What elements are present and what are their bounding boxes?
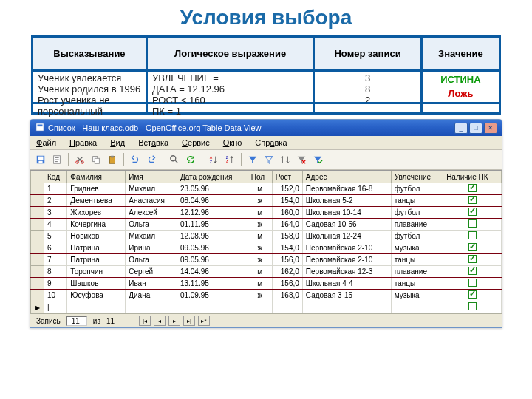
row-selector[interactable] [31, 231, 44, 242]
menu-view[interactable]: Вид [107, 137, 128, 148]
cell-surname[interactable]: Новиков [67, 231, 126, 242]
cell-name[interactable]: Ольга [126, 254, 177, 266]
cell-height[interactable]: 160,0 [272, 207, 302, 219]
cell-surname[interactable]: Патрина [67, 242, 126, 254]
cell-pc[interactable] [443, 266, 502, 278]
menu-edit[interactable]: Правка [66, 137, 100, 148]
cell-hobby[interactable]: музыка [391, 290, 443, 301]
cell-birthdate[interactable]: 01.11.95 [177, 219, 248, 231]
maximize-button[interactable]: □ [469, 123, 482, 134]
cell-pc[interactable] [443, 219, 502, 231]
table-row[interactable]: 2ДементьеваАнастасия08.04.96ж154,0Школьн… [31, 195, 502, 207]
cell-sex[interactable]: м [248, 207, 272, 219]
cell-id[interactable]: 8 [44, 266, 67, 278]
cell-pc[interactable] [443, 207, 502, 219]
cell-pc[interactable] [443, 183, 502, 195]
paste-icon[interactable] [105, 152, 120, 167]
edit-icon[interactable] [50, 152, 64, 167]
cell-id[interactable]: | [44, 301, 67, 313]
cell-pc[interactable] [443, 278, 502, 290]
row-selector[interactable] [31, 278, 44, 290]
cell-birthdate[interactable]: 23.05.96 [177, 183, 248, 195]
table-row[interactable]: 1ГридневМихаил23.05.96м152,0Первомайская… [31, 183, 502, 195]
cell-height[interactable]: 162,0 [272, 266, 302, 278]
nav-last-icon[interactable]: ▸| [183, 316, 195, 326]
cell-surname[interactable]: Юсуфова [67, 290, 126, 301]
table-row[interactable]: 8ТоропчинСергей14.04.96м162,0Первомайска… [31, 266, 502, 278]
cell-birthdate[interactable]: 09.05.96 [177, 242, 248, 254]
cell-address[interactable]: Первомайская 12-3 [302, 266, 391, 278]
cell-surname[interactable]: Кочергина [67, 219, 126, 231]
refresh-icon[interactable] [183, 152, 198, 167]
col-id[interactable]: Код [44, 171, 67, 183]
cell-pc[interactable] [443, 290, 502, 301]
cell-hobby[interactable]: танцы [391, 278, 443, 290]
cell-name[interactable]: Алексей [126, 207, 177, 219]
cell-sex[interactable]: ж [248, 254, 272, 266]
row-selector-header[interactable] [31, 171, 44, 183]
row-selector[interactable] [31, 183, 44, 195]
cell-pc[interactable] [443, 242, 502, 254]
col-birthdate[interactable]: Дата рождения [177, 171, 248, 183]
table-row[interactable]: 9ШашковИван13.11.95м156,0Школьная 4-4тан… [31, 278, 502, 290]
checkbox-icon[interactable] [468, 290, 477, 299]
apply-filter-icon[interactable] [310, 152, 325, 167]
nav-current-record[interactable]: 11 [66, 316, 87, 326]
cell-birthdate[interactable]: 12.12.96 [177, 207, 248, 219]
redo-icon[interactable] [144, 152, 159, 167]
cell-height[interactable]: 168,0 [272, 290, 302, 301]
cut-icon[interactable] [72, 152, 87, 167]
row-selector[interactable] [31, 195, 44, 207]
close-button[interactable]: ✕ [484, 123, 497, 134]
menu-tools[interactable]: Сервис [179, 137, 213, 148]
nav-new-icon[interactable]: ▸* [198, 316, 210, 326]
cell-hobby[interactable]: футбол [391, 207, 443, 219]
cell-name[interactable]: Михаил [126, 231, 177, 242]
row-selector[interactable] [31, 207, 44, 219]
cell-hobby[interactable]: плавание [391, 266, 443, 278]
cell-address[interactable]: Первомайская 16-8 [302, 183, 391, 195]
checkbox-icon[interactable] [468, 219, 477, 228]
cell-name[interactable]: Ирина [126, 242, 177, 254]
table-row-new[interactable]: | [31, 301, 502, 313]
row-selector[interactable] [31, 242, 44, 254]
row-selector[interactable] [31, 290, 44, 301]
cell-id[interactable]: 6 [44, 242, 67, 254]
cell-hobby[interactable]: танцы [391, 195, 443, 207]
col-hobby[interactable]: Увлечение [391, 171, 443, 183]
nav-first-icon[interactable]: |◂ [139, 316, 151, 326]
cell-name[interactable]: Иван [126, 278, 177, 290]
cell-id[interactable]: 5 [44, 231, 67, 242]
cell-hobby[interactable]: плавание [391, 219, 443, 231]
menu-file[interactable]: Файл [33, 137, 59, 148]
sort-icon[interactable] [278, 152, 293, 167]
cell-id[interactable]: 7 [44, 254, 67, 266]
cell-birthdate[interactable]: 13.11.95 [177, 278, 248, 290]
row-selector[interactable] [31, 254, 44, 266]
nav-prev-icon[interactable]: ◂ [154, 316, 166, 326]
col-address[interactable]: Адрес [302, 171, 391, 183]
cell-address[interactable]: Садовая 3-15 [302, 290, 391, 301]
sort-desc-icon[interactable]: ZA [222, 152, 237, 167]
cell-hobby[interactable]: музыка [391, 242, 443, 254]
col-surname[interactable]: Фамилия [67, 171, 126, 183]
undo-icon[interactable] [128, 152, 143, 167]
cell-height[interactable]: 164,0 [272, 219, 302, 231]
cell-pc[interactable] [443, 231, 502, 242]
col-pc[interactable]: Наличие ПК [443, 171, 502, 183]
autofilter-icon[interactable] [245, 152, 260, 167]
cell-name[interactable]: Ольга [126, 219, 177, 231]
checkbox-icon[interactable] [468, 302, 477, 310]
cell-birthdate[interactable]: 01.09.95 [177, 290, 248, 301]
cell-sex[interactable]: м [248, 278, 272, 290]
save-icon[interactable] [33, 152, 48, 167]
nav-next-icon[interactable]: ▸ [168, 316, 180, 326]
checkbox-icon[interactable] [468, 255, 477, 263]
checkbox-icon[interactable] [468, 208, 477, 216]
cell-height[interactable]: 154,0 [272, 242, 302, 254]
cell-sex[interactable]: ж [248, 219, 272, 231]
table-row[interactable]: 10ЮсуфоваДиана01.09.95ж168,0Садовая 3-15… [31, 290, 502, 301]
cell-name[interactable]: Сергей [126, 266, 177, 278]
data-grid[interactable]: Код Фамилия Имя Дата рождения Пол Рост А… [30, 170, 502, 313]
cell-surname[interactable]: Патрина [67, 254, 126, 266]
